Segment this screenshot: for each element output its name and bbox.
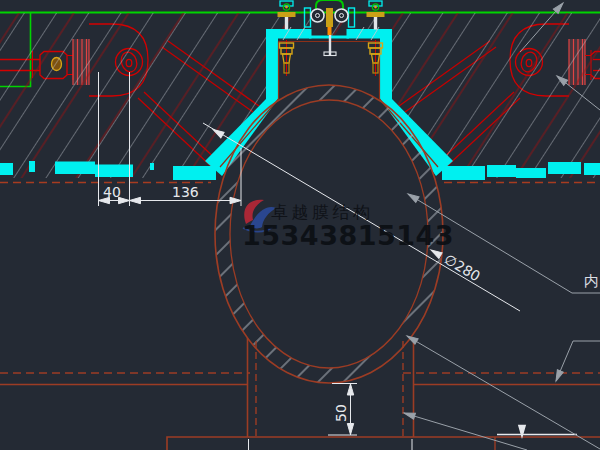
watermark-phone: 15343815143 <box>242 220 454 251</box>
cad-drawing: 40 136 50 ∅280 内 <box>0 0 600 450</box>
channel-left-leg <box>266 31 278 99</box>
clamp-pin <box>326 8 333 27</box>
dim-50-text: 50 <box>333 404 349 422</box>
cad-canvas[interactable]: 40 136 50 ∅280 内 <box>0 0 600 450</box>
dim-40-text: 40 <box>103 184 121 200</box>
clamp-pin-tip <box>328 27 332 35</box>
channel-right-leg <box>380 31 392 99</box>
watermark-brand: 卓越膜结构 <box>271 202 374 222</box>
dim-136-text: 136 <box>172 184 199 200</box>
side-label-text: 内 <box>584 272 599 290</box>
channel-top-bar-right <box>349 29 392 39</box>
